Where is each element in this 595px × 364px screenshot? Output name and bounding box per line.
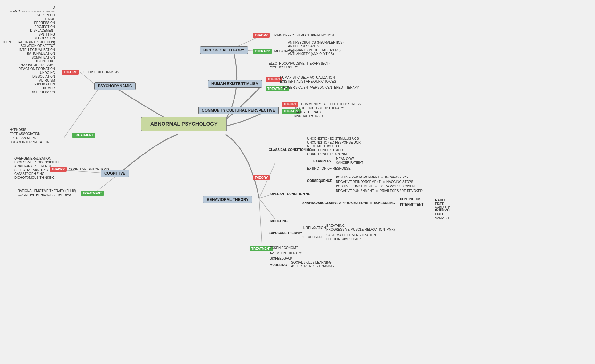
cognitive-treatment-tag: TREATMENT xyxy=(81,191,104,196)
intermittent-section: INTERMITTENT xyxy=(400,202,423,206)
psychodynamic-treatment-tag: TREATMENT xyxy=(72,133,95,138)
shaping-label: SHAPING/SUCCESSIVE APPROXIMATIONS SCHEDU… xyxy=(302,201,395,205)
classical-label: CLASSICAL CONDITIONING xyxy=(269,148,312,152)
exposure2-label: 2. EXPOSURE xyxy=(302,235,324,239)
modeling2-label: MODELING xyxy=(270,263,287,267)
svg-line-1 xyxy=(64,88,99,138)
he-theory-list: HUMANISTIC SELF-ACTUALIZATION EXISTENTIA… xyxy=(280,76,336,83)
examples-list: MEAN COW CANCER PATIENT xyxy=(336,157,363,164)
consequence-label: CONSEQUENCE xyxy=(307,179,332,183)
cognitive-distortions-tag: THEORY COGNITIVE DISTORTIONS xyxy=(50,167,109,172)
token-economy-label: TOKEN ECONOMY xyxy=(270,246,298,249)
consequence-list: POSITIVE REINFORCEMENT INCREASE PAY NEGA… xyxy=(336,175,423,193)
classical-list: UNCONDITIONED STIMULUS UCS UNCONDITIONED… xyxy=(307,137,361,156)
community-node: COMMUNITY CULTURAL PERSPECTIVE xyxy=(198,107,279,114)
operant-label: OPERANT CONDITIONING xyxy=(270,192,311,196)
center-node: ABNORMAL PSYCHOLOGY xyxy=(141,117,227,131)
biofeedback-label: BIOFEEDBACK xyxy=(270,257,292,260)
relaxation-list: BREATHING PROGRESSIVE MUSCLE RELAXATION … xyxy=(326,224,395,231)
community-therapy-list: TRADITIONAL GROUP THERAPY FAMILY THERAPY… xyxy=(294,107,344,118)
human-existentialism-node: HUMAN EXISTENTIALISM xyxy=(208,80,262,88)
psychodynamic-theory-tag: THEORY DEFENSE MECHANISMS xyxy=(62,70,119,75)
behavioral-theory-tag: THEORY xyxy=(253,175,270,180)
behavioral-treatment-tag: TREATMENT xyxy=(250,246,273,251)
behavioral-node: BEHAVIORAL THEORY xyxy=(203,196,252,203)
continuous-label: CONTINUOUS xyxy=(400,197,421,201)
aversion-label: AVERSION THERAPY xyxy=(270,251,302,255)
svg-line-9 xyxy=(259,198,262,249)
he-treatment-list: ROGER'S CLIENT/PERSON-CENTERED THERAPY xyxy=(283,85,359,89)
relaxation-label: 1. RELAXATION xyxy=(302,226,326,230)
ratio-section: RATIO FIXED VARIABLE xyxy=(435,198,450,210)
extinction-label: EXTINCTION OF RESPONSE xyxy=(307,166,351,170)
examples-label: EXAMPLES xyxy=(313,159,331,163)
biological-theory-tag: THEORY BRAIN DEFECT STRUCTURE/FUNCTION xyxy=(253,33,334,38)
medications-list: ANTIPSYCHOTICS (NEURALEPTICS) ANTIDEPRES… xyxy=(288,41,344,56)
svg-line-8 xyxy=(259,198,275,219)
psychodynamic-treatment-list: HYPNOSIS FREE ASSOCIATION FREUDIAN SLIPS… xyxy=(10,128,50,144)
defense-list: ID EGO INTRAPSYCHIC FORCES SUPEREGO DENI… xyxy=(3,6,55,94)
community-theory-tag: THEORY COMMUNITY FAILED TO HELP STRESS xyxy=(282,102,361,107)
exposure-label: EXPOSURE THERPAY xyxy=(269,231,302,235)
modeling2-list: SOCIAL SKILLS LEARNING ASSERTIVENESS TRA… xyxy=(291,261,334,268)
modeling-label: MODELING xyxy=(270,219,288,223)
cognitive-treatment-list: RATIONAL EMOTIVE THERAPY (ELLIS) COGNITI… xyxy=(18,189,76,197)
psychodynamic-node: PSYCHODYNAMIC xyxy=(94,82,136,90)
interval-section: INTERVAL FIXED VARIABLE xyxy=(435,209,451,220)
exposure2-list: SYSTEMATIC DESENSITIZATION FLOODING/IMPL… xyxy=(326,233,376,241)
biological-node: BIOLOGICAL THEORY xyxy=(200,46,248,54)
other-therapy-list: ELECTROCONVULSIVE THERAPY (ECT) PSYCHOSU… xyxy=(269,62,330,69)
